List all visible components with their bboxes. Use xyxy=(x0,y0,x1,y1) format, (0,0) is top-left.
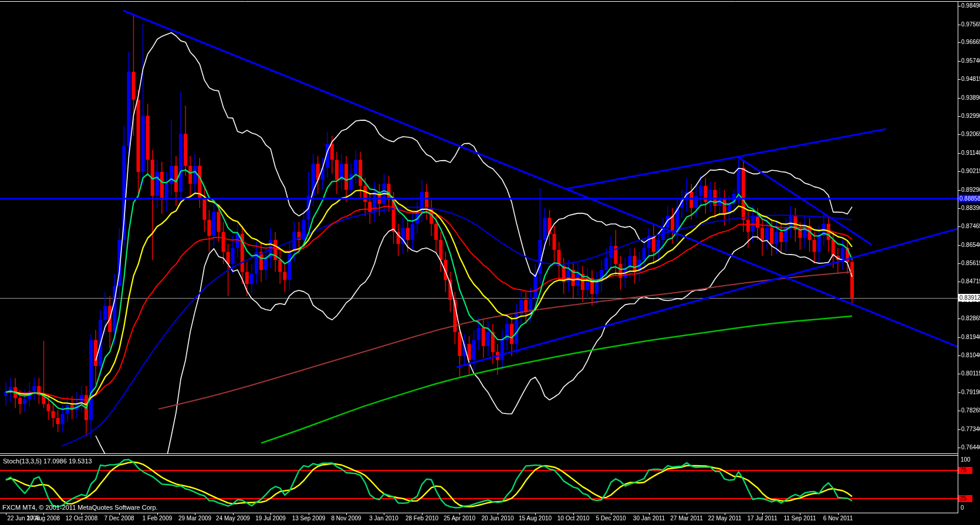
price-axis-label: 0.85615 xyxy=(961,260,980,267)
stoch-scale-max: 100 xyxy=(961,456,971,463)
stoch-scale-min: 0 xyxy=(961,504,964,511)
stoch-level-25-badge: 25 xyxy=(958,495,972,502)
price-axis-label: 0.77340 xyxy=(961,426,980,433)
stochastic-indicator-label: Stoch(13,3,5) 17.0986 19.5313 xyxy=(3,458,92,465)
current-price-badge: 0.83912 xyxy=(958,294,980,302)
price-axis-label: 0.87465 xyxy=(961,223,980,230)
stoch-level-75-badge: 75 xyxy=(958,467,972,474)
price-axis-label: 0.94815 xyxy=(961,76,980,83)
price-axis-label: 0.86540 xyxy=(961,242,980,249)
mt4-chart-window: 0.984900.975650.966650.957400.948150.938… xyxy=(0,0,980,525)
horizontal-price-line-badge[interactable]: 0.88858 xyxy=(958,195,980,202)
price-axis-label: 0.88390 xyxy=(961,205,980,212)
price-axis-label: 0.96665 xyxy=(961,39,980,46)
copyright-text: FXCM MT4, © 2001-2011 MetaQuotes Softwar… xyxy=(2,504,158,511)
price-axis-label: 0.90215 xyxy=(961,168,980,175)
date-axis-label: 6 Nov 2011 xyxy=(816,515,860,522)
price-axis-label: 0.79190 xyxy=(961,389,980,396)
price-axis-label: 0.89290 xyxy=(961,187,980,194)
price-chart-canvas[interactable] xyxy=(0,0,980,525)
price-axis-label: 0.76440 xyxy=(961,444,980,451)
price-axis-label: 0.84715 xyxy=(961,278,980,285)
price-axis-label: 0.91140 xyxy=(961,150,980,157)
price-axis-label: 0.97565 xyxy=(961,21,980,28)
price-axis-label: 0.81940 xyxy=(961,334,980,341)
price-axis-label: 0.92990 xyxy=(961,113,980,120)
price-axis-label: 0.81040 xyxy=(961,352,980,359)
price-axis-label: 0.78265 xyxy=(961,407,980,414)
price-axis-label: 0.95740 xyxy=(961,57,980,65)
price-axis-label: 0.92065 xyxy=(961,131,980,138)
price-axis-label: 0.80115 xyxy=(961,370,980,377)
price-axis-label: 0.82865 xyxy=(961,315,980,322)
price-axis-label: 0.98490 xyxy=(961,2,980,9)
price-axis-label: 0.93890 xyxy=(961,94,980,101)
